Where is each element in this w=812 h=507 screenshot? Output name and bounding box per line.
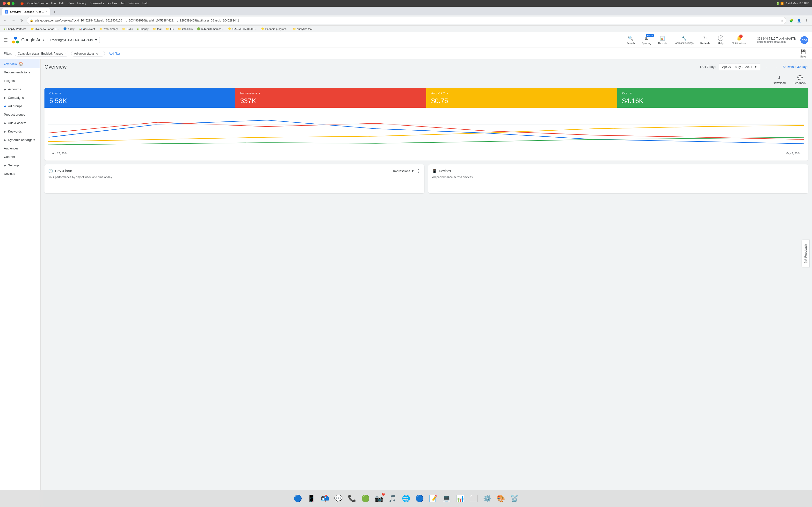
sidebar-item-accounts[interactable]: ▶ Accounts: [0, 85, 40, 94]
clicks-dropdown-icon[interactable]: ▼: [59, 92, 62, 95]
campaign-status-remove[interactable]: ×: [64, 52, 66, 55]
nav-reports[interactable]: 📊 Reports: [655, 34, 670, 47]
download-button[interactable]: ⬇ Download: [771, 74, 788, 86]
nav-spacing[interactable]: ⊞ Spacing BETA: [639, 34, 654, 47]
chart-more-button[interactable]: ⋮: [800, 112, 804, 117]
dock-notes[interactable]: 📝: [427, 492, 439, 505]
hamburger-menu[interactable]: ☰: [4, 38, 8, 43]
date-picker[interactable]: Apr 27 – May 3, 2024 ▼: [719, 63, 760, 70]
sidebar-item-campaigns[interactable]: ▶ Campaigns: [0, 94, 40, 102]
nav-notifications[interactable]: 🔔 1 Notifications: [729, 34, 749, 47]
sidebar-item-devices[interactable]: Devices: [0, 169, 40, 178]
sidebar-item-ad-groups[interactable]: ◀ Ad groups: [0, 102, 40, 110]
chrome-menu-button[interactable]: ⋮: [803, 17, 810, 24]
stat-card-cpc[interactable]: Avg. CPC ▼ $0.75: [426, 88, 617, 108]
menu-tab[interactable]: Tab: [120, 2, 125, 5]
menu-chrome[interactable]: Google Chrome: [27, 2, 48, 5]
ad-group-status-remove[interactable]: ×: [100, 52, 102, 55]
minimize-dot[interactable]: [7, 2, 10, 5]
dock-trash[interactable]: 🗑️: [508, 492, 520, 505]
feedback-button[interactable]: 💬 Feedback: [792, 74, 808, 86]
dock-finder[interactable]: 🔵: [292, 492, 304, 505]
close-dot[interactable]: [3, 2, 6, 5]
menu-help[interactable]: Help: [142, 2, 148, 5]
menu-bookmarks[interactable]: Bookmarks: [90, 2, 104, 5]
new-tab-button[interactable]: +: [51, 9, 58, 15]
account-selector[interactable]: TrackingbyGTM 363-944-7419 ▼: [48, 37, 100, 43]
bookmark-b2b[interactable]: 🟢b2b-eu.tamaraco...: [195, 27, 225, 31]
menu-window[interactable]: Window: [129, 2, 139, 5]
date-next-button[interactable]: →: [773, 63, 779, 70]
dock-messages[interactable]: 💬: [332, 492, 345, 505]
stat-card-impressions[interactable]: Impressions ▼ 337K: [236, 88, 426, 108]
bookmark-info-links[interactable]: 📁info links: [176, 27, 195, 31]
sidebar-item-keywords[interactable]: ▶ Keywords: [0, 127, 40, 136]
dock-canva[interactable]: 🎨: [495, 492, 507, 505]
chrome-tab-active[interactable]: G Overview - Labrigart - Goo... ×: [2, 8, 50, 15]
stat-card-cost[interactable]: Cost ▼ $4.16K: [617, 88, 808, 108]
sidebar-item-insights[interactable]: Insights: [0, 76, 40, 85]
menu-apple[interactable]: 🍎: [20, 2, 24, 5]
sidebar-item-overview[interactable]: Overview 🏠: [0, 59, 40, 68]
bookmark-clarity[interactable]: 🔵clarity: [61, 27, 77, 31]
dock-chrome[interactable]: 🌐: [400, 492, 412, 505]
menu-profiles[interactable]: Profiles: [108, 2, 117, 5]
show-30-days-link[interactable]: Show last 30 days: [782, 65, 808, 68]
sidebar-item-ads-assets[interactable]: ▶ Ads & assets: [0, 119, 40, 127]
nav-refresh[interactable]: ↻ Refresh: [698, 34, 713, 47]
profile-button[interactable]: 👤: [796, 17, 802, 24]
date-prev-button[interactable]: ←: [763, 63, 770, 70]
bookmark-partners[interactable]: ⭐Partners program...: [259, 27, 290, 31]
bookmark-work-history[interactable]: 📁work history: [97, 27, 120, 31]
dock-whatsapp[interactable]: 🟢: [359, 492, 372, 505]
menu-view[interactable]: View: [68, 2, 74, 5]
dock-facetime[interactable]: 📞: [346, 492, 358, 505]
bookmark-fb[interactable]: 📁FB: [164, 27, 175, 31]
bookmark-gmc[interactable]: 📁GMC: [120, 27, 135, 31]
save-button[interactable]: 💾 Save: [798, 48, 808, 59]
feedback-panel[interactable]: 💬 Feedback: [802, 240, 810, 267]
impressions-dropdown-icon[interactable]: ▼: [258, 92, 261, 95]
devices-more-button[interactable]: ⋮: [800, 168, 804, 174]
add-filter-button[interactable]: Add filter: [107, 51, 122, 56]
sidebar-item-recommendations[interactable]: Recommendations: [0, 68, 40, 76]
dock-vscode[interactable]: 💻: [440, 492, 453, 505]
menu-edit[interactable]: Edit: [59, 2, 64, 5]
reload-button[interactable]: ↻: [18, 17, 25, 24]
cpc-dropdown-icon[interactable]: ▼: [446, 92, 449, 95]
dock-zoom[interactable]: 🔵: [413, 492, 426, 505]
bookmark-ga4-event[interactable]: 📊ga4 event: [77, 27, 97, 31]
dock-mail[interactable]: 📬: [318, 492, 331, 505]
sidebar-item-content[interactable]: Content: [0, 153, 40, 161]
extensions-button[interactable]: 🧩: [788, 17, 795, 24]
bookmark-shopify[interactable]: ■Shopify: [135, 27, 150, 31]
dock-notion[interactable]: ⬜: [467, 492, 480, 505]
dock-launchpad[interactable]: 📱: [305, 492, 317, 505]
bookmark-shopify-partners[interactable]: ■Shopify Partners: [2, 27, 28, 31]
cost-dropdown-icon[interactable]: ▼: [629, 92, 632, 95]
dock-excel[interactable]: 📊: [454, 492, 466, 505]
sidebar-item-audiences[interactable]: Audiences: [0, 144, 40, 153]
nav-help[interactable]: ? Help: [713, 34, 728, 47]
bookmark-analytics-tool[interactable]: 📁analytics tool: [291, 27, 314, 31]
tab-close-button[interactable]: ×: [46, 10, 47, 13]
menu-history[interactable]: History: [77, 2, 86, 5]
bookmark-tool[interactable]: 📁tool: [151, 27, 163, 31]
nav-search[interactable]: 🔍 Search: [623, 34, 638, 47]
ad-group-status-filter[interactable]: Ad group status: All ×: [71, 51, 105, 56]
impressions-dropdown[interactable]: Impressions ▼: [393, 169, 414, 173]
sidebar-item-dynamic-ad-targets[interactable]: ▶ Dynamic ad targets: [0, 136, 40, 144]
dock-system-prefs[interactable]: ⚙️: [481, 492, 494, 505]
maximize-dot[interactable]: [12, 2, 14, 5]
day-hour-more-button[interactable]: ⋮: [416, 168, 420, 174]
sidebar-item-settings[interactable]: ▶ Settings: [0, 161, 40, 169]
nav-tools[interactable]: 🔧 Tools and settings: [671, 34, 697, 46]
dock-photos[interactable]: 📷 2: [373, 492, 385, 505]
campaign-status-filter[interactable]: Campaign status: Enabled, Paused ×: [15, 51, 69, 56]
forward-button[interactable]: →: [10, 17, 17, 24]
bookmark-ga4-meta[interactable]: ⭐GA4-META-TIKTO...: [226, 27, 258, 31]
back-button[interactable]: ←: [2, 17, 9, 24]
address-bar[interactable]: 🔒 ads.google.com/aw/overview?ocid=104528…: [27, 17, 786, 24]
sidebar-item-product-groups[interactable]: Product groups: [0, 110, 40, 119]
bookmark-star[interactable]: ☆: [780, 19, 783, 22]
